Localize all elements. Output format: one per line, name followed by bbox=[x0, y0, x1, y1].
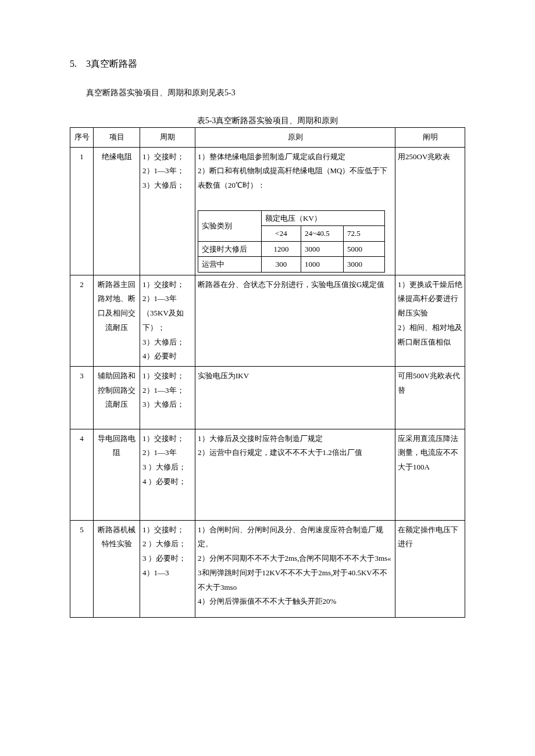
cell-item: 断路器机械特性实验 bbox=[94, 520, 140, 617]
header-period: 周期 bbox=[140, 128, 195, 148]
cell-principle: 实验电压为IKV bbox=[195, 366, 395, 429]
section-title: 5. 3真空断路器 bbox=[70, 58, 465, 70]
inner-cell: 1200 bbox=[262, 241, 301, 257]
cell-principle: 断路器在分、合状态下分别进行，实验电压值按G规定值 bbox=[195, 275, 395, 366]
cell-note: 可用500V兆欧表代替 bbox=[395, 366, 465, 429]
inner-cell: 24~40.5 bbox=[301, 226, 344, 242]
table-row: 5 断路器机械特性实验 1）交接时； 2 ）大修后； 3 ）必要时； 4）1—3… bbox=[70, 520, 465, 617]
inner-cell: 3000 bbox=[344, 257, 385, 273]
inner-cell: 5000 bbox=[344, 241, 385, 257]
inner-cell: 72.5 bbox=[344, 226, 385, 242]
cell-period: 1）交接时； 2）1—3年（35KV及如下）； 3）大修后； 4）必要时 bbox=[140, 275, 195, 366]
inner-table: 实验类别 额定电压（KV） <24 24~40.5 72.5 交接时大修后 12… bbox=[198, 210, 385, 273]
inner-cell: 3000 bbox=[301, 241, 344, 257]
cell-seq: 2 bbox=[70, 275, 94, 366]
header-seq: 序号 bbox=[70, 128, 94, 148]
inner-header: 额定电压（KV） bbox=[262, 210, 385, 226]
header-note: 阐明 bbox=[395, 128, 465, 148]
cell-principle: 1）整体绝缘电阻参照制造厂规定或自行规定 2）断口和有机物制成提高杆绝缘电阻（M… bbox=[195, 147, 395, 275]
header-principle: 原则 bbox=[195, 128, 395, 148]
principle-text: 1）整体绝缘电阻参照制造厂规定或自行规定 2）断口和有机物制成提高杆绝缘电阻（M… bbox=[198, 150, 393, 193]
cell-period: 1）交接时； 2）1—3年 3 ）大修后； 4 ）必要时； bbox=[140, 429, 195, 520]
header-item: 项目 bbox=[94, 128, 140, 148]
cell-note: 应采用直流压降法测量，电流应不不大于100A bbox=[395, 429, 465, 520]
cell-item: 绝缘电阻 bbox=[94, 147, 140, 275]
cell-period: 1）交接时； 2）1—3年； 3）大修后； bbox=[140, 366, 195, 429]
table-row: 3 辅助回路和控制回路交流耐压 1）交接时； 2）1—3年； 3）大修后； 实验… bbox=[70, 366, 465, 429]
inner-header: 实验类别 bbox=[198, 210, 262, 241]
cell-principle: 1）大修后及交接时应符合制造厂规定 2）运营中自行规定，建议不不不大于1.2倍出… bbox=[195, 429, 395, 520]
inner-cell: 1000 bbox=[301, 257, 344, 273]
cell-principle: 1）合闸时间、分闸时间及分、合闸速度应符合制造厂规定。 2）分闸不同期不不不大于… bbox=[195, 520, 395, 617]
table-row: 1 绝缘电阻 1）交接时； 2）1—3年； 3）大修后； 1）整体绝缘电阻参照制… bbox=[70, 147, 465, 275]
cell-item: 辅助回路和控制回路交流耐压 bbox=[94, 366, 140, 429]
inner-cell: 运营中 bbox=[198, 257, 262, 273]
cell-item: 断路器主回路对地、断口及相间交流耐压 bbox=[94, 275, 140, 366]
cell-seq: 3 bbox=[70, 366, 94, 429]
inner-cell: 交接时大修后 bbox=[198, 241, 262, 257]
cell-period: 1）交接时； 2 ）大修后； 3 ）必要时； 4）1—3 bbox=[140, 520, 195, 617]
table-row: 4 导电回路电阻 1）交接时； 2）1—3年 3 ）大修后； 4 ）必要时； 1… bbox=[70, 429, 465, 520]
cell-note: 1）更换或干燥后绝缘提高杆必要进行耐压实验 2）相间、相对地及断口耐压值相似 bbox=[395, 275, 465, 366]
header-row: 序号 项目 周期 原则 阐明 bbox=[70, 128, 465, 148]
cell-seq: 1 bbox=[70, 147, 94, 275]
inner-cell: 300 bbox=[262, 257, 301, 273]
cell-note: 在额定操作电压下进行 bbox=[395, 520, 465, 617]
table-row: 2 断路器主回路对地、断口及相间交流耐压 1）交接时； 2）1—3年（35KV及… bbox=[70, 275, 465, 366]
cell-seq: 4 bbox=[70, 429, 94, 520]
table-caption: 表5-3真空断路器实验项目、周期和原则 bbox=[70, 116, 465, 126]
intro-text: 真空断路器实验项目、周期和原则见表5-3 bbox=[70, 88, 465, 98]
cell-note: 用250OV兆欧表 bbox=[395, 147, 465, 275]
inner-cell: <24 bbox=[262, 226, 301, 242]
cell-seq: 5 bbox=[70, 520, 94, 617]
cell-period: 1）交接时； 2）1—3年； 3）大修后； bbox=[140, 147, 195, 275]
cell-item: 导电回路电阻 bbox=[94, 429, 140, 520]
main-table: 序号 项目 周期 原则 阐明 1 绝缘电阻 1）交接时； 2）1—3年； 3）大… bbox=[70, 127, 465, 618]
